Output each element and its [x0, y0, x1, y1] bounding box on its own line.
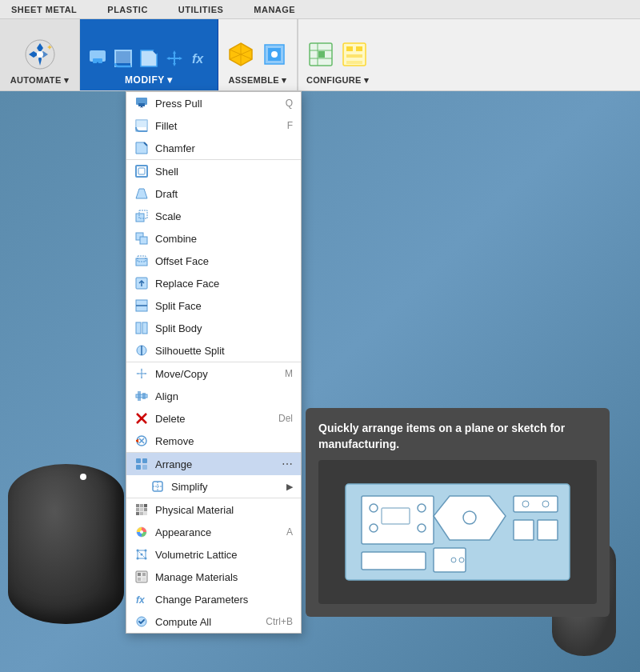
- assemble-icon1: [226, 40, 255, 69]
- menu-item-change-parameters[interactable]: fx Change Parameters: [126, 588, 301, 610]
- simplify-submenu-arrow: ▶: [286, 482, 293, 492]
- offset-face-label: Offset Face: [155, 255, 209, 267]
- fillet-label: Fillet: [155, 120, 177, 132]
- change-parameters-label: Change Parameters: [155, 594, 248, 606]
- press-pull-shortcut: Q: [286, 98, 293, 109]
- menu-item-shell[interactable]: Shell: [126, 159, 301, 182]
- svg-rect-45: [142, 322, 147, 334]
- menu-item-physical-material[interactable]: Physical Material: [126, 498, 301, 521]
- svg-rect-70: [144, 512, 147, 515]
- menu-item-appearance[interactable]: Appearance A: [126, 521, 301, 543]
- menu-item-move-copy[interactable]: Move/Copy M: [126, 362, 301, 385]
- menu-item-volumetric-lattice[interactable]: Volumetric Lattice: [126, 543, 301, 566]
- split-face-icon: [134, 298, 149, 313]
- 3d-object-cylinder-left: [8, 464, 124, 624]
- compute-all-icon: [134, 614, 149, 629]
- svg-rect-44: [136, 322, 141, 334]
- svg-rect-50: [142, 393, 146, 399]
- menu-item-manage-materials[interactable]: Manage Materials: [126, 566, 301, 588]
- tab-plastic[interactable]: PLASTIC: [104, 3, 151, 16]
- replace-face-icon: [134, 276, 149, 290]
- fillet-toolbar-icon: [112, 47, 134, 70]
- scale-label: Scale: [155, 210, 182, 222]
- press-pull-label: Press Pull: [155, 98, 202, 110]
- svg-rect-25: [346, 61, 362, 64]
- menu-item-offset-face[interactable]: Offset Face: [126, 250, 301, 272]
- configure-icon1: [306, 40, 335, 69]
- svg-rect-23: [356, 46, 362, 51]
- menu-item-scale[interactable]: Scale: [126, 205, 301, 227]
- svg-point-15: [271, 51, 278, 58]
- compute-all-label: Compute All: [155, 616, 211, 628]
- tooltip-preview-svg: [330, 468, 586, 596]
- menu-item-arrange[interactable]: Arrange ⋯: [126, 452, 301, 475]
- volumetric-lattice-icon: [134, 547, 149, 562]
- svg-rect-66: [140, 508, 143, 511]
- physical-material-label: Physical Material: [155, 504, 234, 516]
- automate-icon: [22, 37, 58, 72]
- split-face-label: Split Face: [155, 300, 202, 312]
- svg-rect-35: [136, 214, 144, 222]
- shell-icon: [134, 164, 149, 178]
- volumetric-lattice-label: Volumetric Lattice: [155, 549, 238, 561]
- menu-item-align[interactable]: Align: [126, 385, 301, 407]
- 3d-viewport-marker: [80, 474, 86, 480]
- draft-label: Draft: [155, 188, 178, 200]
- svg-rect-103: [514, 520, 534, 540]
- menu-item-compute-all[interactable]: Compute All Ctrl+B: [126, 610, 301, 633]
- svg-rect-63: [140, 504, 143, 507]
- tab-utilities[interactable]: UTILITIES: [175, 3, 226, 16]
- arrange-ellipsis: ⋯: [282, 458, 293, 470]
- svg-rect-104: [538, 520, 558, 540]
- menu-item-split-face[interactable]: Split Face: [126, 294, 301, 317]
- svg-rect-57: [142, 465, 147, 470]
- menu-item-remove[interactable]: Remove: [126, 430, 301, 452]
- manage-materials-label: Manage Materials: [155, 571, 238, 583]
- menu-item-combine[interactable]: Combine: [126, 227, 301, 250]
- configure-icon2: [340, 40, 369, 69]
- svg-rect-54: [136, 458, 141, 463]
- modify-dropdown-menu: Press Pull Q Fillet F Chamfer Shell Draf…: [126, 91, 302, 634]
- assemble-section[interactable]: ASSEMBLE ▾: [218, 19, 298, 90]
- menu-item-fillet[interactable]: Fillet F: [126, 114, 301, 137]
- combine-label: Combine: [155, 233, 197, 245]
- fillet-shortcut: F: [287, 120, 293, 131]
- move-copy-shortcut: M: [285, 368, 293, 379]
- configure-label: CONFIGURE ▾: [306, 75, 369, 86]
- compute-all-shortcut: Ctrl+B: [266, 616, 293, 627]
- menu-item-chamfer[interactable]: Chamfer: [126, 137, 301, 159]
- svg-point-72: [140, 530, 143, 534]
- svg-text:fx: fx: [192, 52, 204, 66]
- combine-icon: [134, 231, 149, 246]
- fillet-icon: [134, 118, 149, 133]
- menu-item-split-body[interactable]: Split Body: [126, 317, 301, 339]
- physical-material-icon: [134, 502, 149, 517]
- menu-item-replace-face[interactable]: Replace Face: [126, 272, 301, 294]
- menu-item-draft[interactable]: Draft: [126, 182, 301, 205]
- menu-item-press-pull[interactable]: Press Pull Q: [126, 92, 301, 114]
- automate-button[interactable]: AUTOMATE ▾: [10, 37, 69, 86]
- tab-manage[interactable]: MANAGE: [250, 3, 298, 16]
- delete-label: Delete: [155, 413, 186, 425]
- tab-sheet-metal[interactable]: SHEET METAL: [8, 3, 80, 16]
- tooltip-title: Quickly arrange items on a plane or sket…: [318, 421, 597, 452]
- silhouette-split-icon: [134, 343, 149, 358]
- scale-icon: [134, 209, 149, 223]
- svg-rect-38: [140, 237, 147, 244]
- menu-item-simplify[interactable]: Simplify ▶: [126, 475, 301, 498]
- configure-section[interactable]: CONFIGURE ▾: [298, 19, 377, 90]
- chamfer-toolbar-icon: [138, 47, 160, 70]
- appearance-label: Appearance: [155, 526, 211, 538]
- svg-point-1: [37, 51, 43, 58]
- modify-section[interactable]: fx MODIFY ▾: [80, 19, 218, 90]
- offset-face-icon: [134, 254, 149, 268]
- svg-rect-105: [362, 552, 426, 570]
- shell-label: Shell: [155, 166, 178, 178]
- split-body-icon: [134, 321, 149, 335]
- menu-item-silhouette-split[interactable]: Silhouette Split: [126, 339, 301, 362]
- automate-section[interactable]: AUTOMATE ▾: [0, 19, 80, 90]
- assemble-icon2: [260, 40, 289, 69]
- menu-item-delete[interactable]: Delete Del: [126, 407, 301, 430]
- svg-line-82: [138, 550, 142, 554]
- svg-rect-92: [362, 496, 434, 544]
